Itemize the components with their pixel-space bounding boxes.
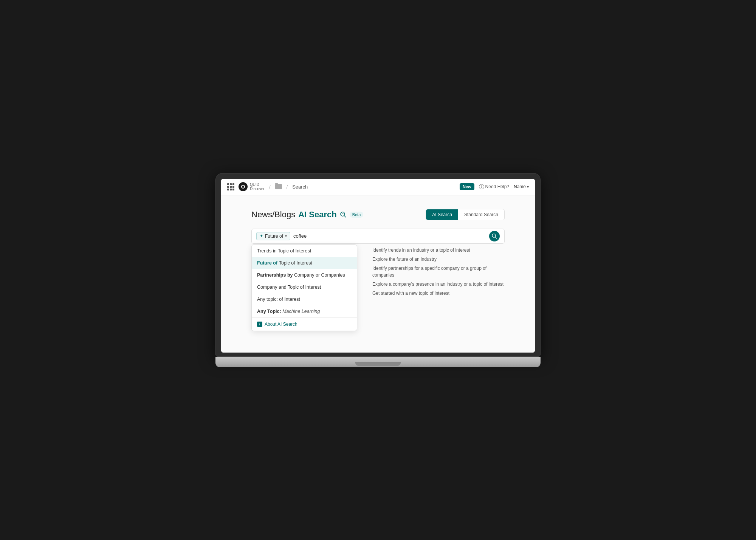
search-submit-button[interactable] [489,231,500,241]
desc-item-2: Identify partnerships for a specific com… [372,265,505,279]
title-prefix: News/Blogs [251,210,295,220]
beta-badge: Beta [350,212,364,218]
help-icon: ? [479,184,484,189]
desc-item-1: Explore the future of an industry [372,256,505,263]
dropdown-item-company[interactable]: Company and Topic of Interest [252,281,357,293]
ai-sparkle-icon: ✦ [260,234,263,238]
logo-circle-inner [241,185,245,189]
navbar: QUID Discover / / Search New ? Need Help… [221,179,535,195]
svg-line-1 [344,215,346,217]
dropdown-item-any-topic-ml-italic: Machine Learning [282,309,320,314]
ai-search-toggle-btn[interactable]: AI Search [426,209,458,220]
desc-item-3: Explore a company's presence in an indus… [372,281,505,288]
search-input[interactable] [293,233,486,239]
chevron-down-icon: ▾ [527,185,529,189]
help-link[interactable]: ? Need Help? [479,184,509,189]
selector-label: Future of [265,234,283,239]
search-area: ✦ Future of ▾ [251,229,505,297]
dropdown-item-trends[interactable]: Trends in Topic of Interest [252,245,357,257]
grid-icon[interactable] [227,183,234,190]
breadcrumb-search: Search [292,184,308,190]
standard-search-toggle-btn[interactable]: Standard Search [458,209,504,220]
dropdown-item-future[interactable]: Future of Topic of Interest [252,257,357,269]
selector-chevron-icon: ▾ [285,234,287,238]
dropdown-item-future-bold: Future of [257,260,277,266]
laptop-container: QUID Discover / / Search New ? Need Help… [215,173,541,367]
breadcrumb-sep-2: / [287,184,288,190]
laptop-screen-outer: QUID Discover / / Search New ? Need Help… [215,173,541,357]
title-ai: AI Search [298,210,337,220]
name-button[interactable]: Name ▾ [514,184,529,189]
dropdown-item-partnerships-suffix: Company or Companies [294,272,345,278]
svg-line-3 [495,237,497,238]
search-type-dropdown: Trends in Topic of Interest Future of To… [251,244,357,331]
breadcrumb-sep-1: / [269,184,271,190]
dropdown-item-any-topic-label: Any topic: of Interest [257,297,300,302]
search-type-selector[interactable]: ✦ Future of ▾ [256,232,290,240]
laptop-base [215,357,541,367]
about-label: About AI Search [265,322,297,327]
logo-text: QUID Discover [250,183,265,191]
dropdown-item-any-topic[interactable]: Any topic: of Interest [252,293,357,305]
dropdown-item-any-topic-ml[interactable]: Any Topic: Machine Learning [252,305,357,317]
search-icon [492,234,497,239]
dropdown-item-trends-label: Trends in Topic of Interest [257,248,311,254]
page-header: News/Blogs AI Search Beta AI Search [251,209,505,220]
page-title: News/Blogs AI Search Beta [251,210,363,220]
breadcrumb-folder-icon[interactable] [275,184,282,189]
dropdown-item-company-label: Company and Topic of Interest [257,285,321,290]
logo[interactable]: QUID Discover [239,182,265,191]
desc-item-4: Get started with a new topic of interest [372,290,505,297]
search-descriptions: Identify trends in an industry or a topi… [365,244,505,297]
logo-circle [239,182,248,191]
info-icon: i [257,322,262,327]
laptop-screen-inner: QUID Discover / / Search New ? Need Help… [221,179,535,353]
dropdown-item-future-suffix: Topic of Interest [279,260,312,266]
dropdown-item-partnerships[interactable]: Partnerships by Company or Companies [252,269,357,281]
laptop-notch [355,362,401,366]
search-bar: ✦ Future of ▾ [251,229,505,244]
name-label: Name [514,184,526,189]
about-ai-search-link[interactable]: i About AI Search [252,318,357,331]
desc-item-0: Identify trends in an industry or a topi… [372,247,505,254]
dropdown-item-partnerships-bold: Partnerships by [257,272,293,278]
dropdown-item-any-topic-ml-bold: Any Topic: [257,309,281,314]
ai-search-icon [340,211,347,218]
search-toggle: AI Search Standard Search [426,209,505,220]
badge-new: New [460,183,474,190]
main-content: News/Blogs AI Search Beta AI Search [221,195,535,353]
navbar-right: New ? Need Help? Name ▾ [460,183,529,190]
help-label: Need Help? [485,184,509,189]
app-window: QUID Discover / / Search New ? Need Help… [221,179,535,353]
